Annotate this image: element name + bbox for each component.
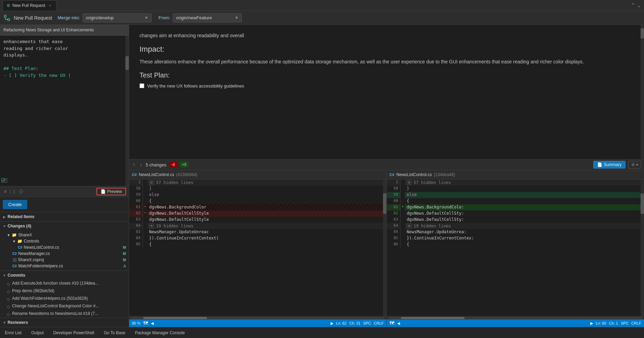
- right-expand-hidden-2[interactable]: ⊞: [407, 224, 412, 228]
- commit-text-3: Add WatchFoldersHelpers.cs (502a3629): [12, 296, 88, 301]
- right-encoding: SPC: [621, 321, 629, 325]
- diff-up-button[interactable]: ↑: [132, 161, 136, 168]
- commit-item-3[interactable]: ◇ Add WatchFoldersHelpers.cs (502a3629): [0, 295, 129, 303]
- badge-sharex-csproj: M: [123, 258, 126, 262]
- desc-line-1: enhancements that ease: [3, 38, 125, 45]
- divider-1: [10, 189, 10, 194]
- merge-into-chevron: ▼: [144, 15, 148, 20]
- desc-line-2: reading and richer color: [3, 45, 125, 52]
- tab-title: New Pull Request: [12, 3, 45, 8]
- commit-item-1[interactable]: ◇ Add ExecuteJob function closes #10 (13…: [0, 280, 129, 287]
- editor-toolbar: # | ⓘ 📄 Preview: [0, 186, 129, 197]
- tree-label-newsmanager: NewsManager.cs: [18, 251, 50, 256]
- tree-item-sharex-csproj[interactable]: ⬛ ShareX.csproj M: [0, 257, 129, 263]
- diff-settings-button[interactable]: ⚙ ▾: [628, 161, 641, 168]
- right-diff-line-61: 61 + dgvNews.BackgroundColo:: [387, 204, 644, 211]
- preview-scrollbar[interactable]: [641, 25, 644, 159]
- left-line-ending: CRLF: [374, 321, 384, 325]
- right-diff-scrollbar[interactable]: [641, 180, 644, 316]
- tree-item-controls[interactable]: ▼ 📁 Controls: [0, 238, 129, 244]
- commits-header[interactable]: ▼ Commits: [0, 270, 129, 280]
- desc-scrollbar[interactable]: [125, 35, 129, 186]
- left-file-hash: (4136b56d): [176, 172, 197, 177]
- pr-title-input[interactable]: [0, 25, 129, 35]
- tree-item-watchfoldershelpers[interactable]: C# WatchFoldersHelpers.cs A: [0, 263, 129, 269]
- right-diff-content[interactable]: 1 ⊞ 57 hidden lines 58 }: [387, 180, 644, 316]
- left-diff-content[interactable]: 1 ⊞ 57 hidden lines 58 }: [129, 180, 386, 316]
- description-area[interactable]: enhancements that ease reading and riche…: [0, 35, 129, 186]
- status-item-package-manager-console[interactable]: Package Manager Console: [133, 329, 187, 337]
- tab-new-pull-request[interactable]: ⚙ New Pull Request ×: [3, 0, 56, 11]
- right-file-hash: (134dea48): [434, 172, 455, 177]
- verify-ux-checkbox[interactable]: [139, 83, 144, 88]
- preview-button[interactable]: 📄 Preview: [96, 188, 126, 195]
- right-expand-hidden-1[interactable]: ⊞: [407, 180, 412, 185]
- right-scroll-arrow-r[interactable]: ▶: [590, 321, 593, 326]
- right-scroll-arrow-l[interactable]: ◀: [397, 321, 400, 326]
- intro-text: changes aim at enhancing readability and…: [139, 32, 634, 39]
- desc-line-5: ## Test Plan:: [3, 65, 125, 72]
- diff-down-button[interactable]: ↓: [139, 161, 143, 168]
- checkbox-item-1: Verify the new UX follows accessibility …: [139, 83, 634, 89]
- tab-close-button[interactable]: ×: [47, 3, 53, 8]
- commit-item-4[interactable]: ◇ Change NewsListControl Background Colo…: [0, 303, 129, 310]
- right-ch: Ch: 1: [609, 321, 618, 325]
- changes-tree: ▼ 📁 ShareX ▼ 📁 Controls C# NewsListContr…: [0, 231, 129, 270]
- left-diff-line-hidden-2: 64 ⊞ 19 hidden lines: [129, 223, 386, 229]
- commit-item-2[interactable]: ◇ Prep demo (982bdc5d): [0, 287, 129, 295]
- status-item-developer-powershell[interactable]: Developer PowerShell: [51, 329, 96, 337]
- create-button[interactable]: Create: [3, 200, 27, 209]
- right-diff-line-hidden-1: 1 ⊞ 57 hidden lines: [387, 180, 644, 186]
- commit-item-5[interactable]: ◇ Rename NewsItems to NewsItemsList #19 …: [0, 310, 129, 318]
- tree-label-newslistcontrol: NewsListControl.cs: [24, 245, 59, 250]
- right-status-bar: 🗺 ◀ ▶ Ln: 60 Ch: 1 SPC CRLF: [387, 319, 644, 327]
- right-diff-line-84: 84 NewsManager.UpdateUnrea:: [387, 229, 644, 235]
- related-items-label: Related Items: [8, 214, 34, 219]
- summary-button[interactable]: 📄 Summary: [593, 161, 625, 168]
- left-diff-line-58: 58 }: [129, 186, 386, 192]
- hash-button[interactable]: #: [3, 188, 8, 195]
- left-diff-line-61: 61 − dgvNews.BackgroundColor: [129, 204, 386, 211]
- left-scroll-arrow-r[interactable]: ▶: [331, 321, 333, 326]
- svg-rect-3: [1, 178, 4, 181]
- badge-newslistcontrol: M: [123, 245, 126, 249]
- proj-icon-sharex: ⬛: [12, 258, 17, 262]
- left-scroll-arrow-l[interactable]: ◀: [151, 321, 154, 326]
- status-item-error-list[interactable]: Error List: [3, 329, 24, 337]
- pipe-button[interactable]: |: [12, 188, 16, 195]
- right-ln: Ln: 60: [596, 321, 606, 325]
- from-dropdown[interactable]: origin/newFeature ▼: [173, 13, 242, 22]
- cs-icon-newsmanager: C#: [12, 252, 17, 256]
- tree-item-newslistcontrol[interactable]: C# NewsListControl.cs M: [0, 244, 129, 250]
- left-file-name: NewsListControl.cs: [139, 172, 174, 177]
- changes-count: 5 changes: [146, 162, 166, 167]
- toolbar-title: New Pull Request: [14, 15, 52, 21]
- right-cs-icon: C#: [389, 173, 394, 177]
- preview-label: Preview: [107, 189, 122, 194]
- expand-hidden-1[interactable]: ⊞: [149, 180, 154, 185]
- status-item-go-to-base[interactable]: Go To Base: [102, 329, 127, 337]
- left-diff-scrollbar[interactable]: [383, 180, 386, 316]
- expand-hidden-2[interactable]: ⊞: [149, 224, 154, 228]
- related-items-header[interactable]: ▶ Related Items: [0, 212, 129, 221]
- tree-item-newsmanager[interactable]: C# NewsManager.cs M: [0, 250, 129, 257]
- tree-label-sharex-csproj: ShareX.csproj: [18, 257, 44, 262]
- cs-icon-watchfoldershelpers: C#: [12, 264, 17, 268]
- left-diff-line-60: 60 {: [129, 198, 386, 204]
- left-hscrollbar[interactable]: [129, 316, 386, 319]
- changes-header[interactable]: ▼ Changes (4): [0, 221, 129, 231]
- merge-into-dropdown[interactable]: origin/develop ▼: [83, 13, 152, 22]
- status-item-output[interactable]: Output: [29, 329, 46, 337]
- right-diff-line-63: 63 dgvNews.DefaultCellSty:: [387, 217, 644, 223]
- reviewers-header[interactable]: ▼ Reviewers: [0, 318, 129, 327]
- verify-ux-label: Verify the new UX follows accessibility …: [147, 83, 244, 89]
- right-hscrollbar[interactable]: [387, 316, 644, 319]
- left-diff-line-85: 85 {: [129, 242, 386, 248]
- tree-item-sharex[interactable]: ▼ 📁 ShareX: [0, 232, 129, 238]
- summary-label: Summary: [604, 162, 621, 167]
- commit-dot-5: ◇: [7, 312, 10, 317]
- commit-dot-3: ◇: [7, 297, 10, 301]
- info-button[interactable]: ⓘ: [18, 188, 24, 195]
- window-controls[interactable]: ⌃ ⌄: [631, 2, 641, 9]
- pr-icon: [3, 14, 11, 22]
